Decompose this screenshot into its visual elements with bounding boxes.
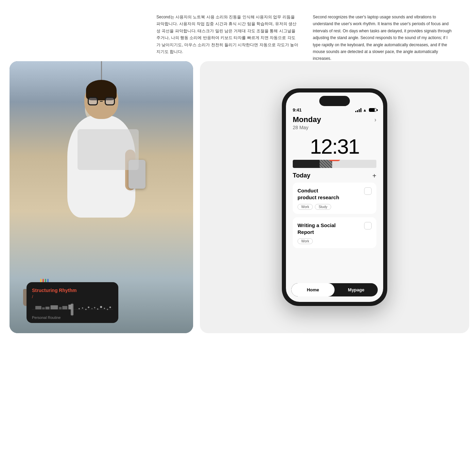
phone-clock: 12:31 <box>286 132 383 160</box>
glasses-bridge <box>100 101 103 102</box>
glass-lens-left <box>88 97 98 105</box>
svg-point-15 <box>94 307 95 308</box>
signal-bar-3 <box>359 109 360 112</box>
battery-fill <box>369 108 375 112</box>
description-korean: Second는 사용자의 노트북 사용 소리와 진동을 인식해 사용자의 업무 … <box>156 14 299 62</box>
today-header: Today + <box>293 172 376 179</box>
task-1-tag-study[interactable]: Study <box>315 204 331 210</box>
phone-day-row: Monday › <box>293 115 376 124</box>
chevron-right-icon[interactable]: › <box>374 116 376 123</box>
task-card-2: Writing a SocialReport Work <box>293 217 376 249</box>
status-time: 9:41 <box>293 107 302 113</box>
now-badge: NOW <box>329 160 340 161</box>
task-2-tags: Work <box>298 238 372 244</box>
nav-mypage-button[interactable]: Mypage <box>335 283 378 296</box>
rhythm-visualization <box>32 302 113 315</box>
laptop-hint <box>78 129 139 170</box>
task-1-title: Conductproduct research <box>298 187 361 201</box>
svg-point-13 <box>88 307 89 308</box>
rhythm-card-title: Structuring Rhythm <box>32 288 113 293</box>
svg-point-20 <box>109 307 111 308</box>
svg-point-11 <box>82 307 83 309</box>
battery-icon <box>369 108 376 112</box>
phone-header: Monday › 28 May <box>286 113 383 132</box>
svg-point-10 <box>79 308 80 309</box>
svg-rect-2 <box>35 306 41 309</box>
task-1-tags: Work Study <box>298 204 372 210</box>
svg-rect-9 <box>71 304 73 315</box>
signal-bar-1 <box>355 111 356 112</box>
svg-point-14 <box>91 308 92 309</box>
person-figure <box>44 82 159 292</box>
svg-point-12 <box>85 309 87 310</box>
today-section: Today + Conductproduct research Work Stu… <box>286 168 383 280</box>
svg-point-19 <box>107 309 108 310</box>
rhythm-card: Structuring Rhythm / <box>27 282 118 323</box>
svg-point-16 <box>97 308 98 310</box>
signal-bar-4 <box>360 108 361 112</box>
svg-rect-6 <box>59 307 62 309</box>
task-2-title: Writing a SocialReport <box>298 222 361 236</box>
status-bar: 9:41 ▲ <box>286 106 383 113</box>
svg-rect-7 <box>62 306 67 309</box>
status-icons: ▲ <box>355 108 376 113</box>
svg-rect-4 <box>46 307 50 309</box>
task-card-1: Conductproduct research Work Study <box>293 183 376 214</box>
svg-rect-3 <box>42 307 45 309</box>
description-english: Second recognizes the user's laptop usag… <box>313 14 456 62</box>
glass-lens-right <box>105 97 115 105</box>
task-1-checkbox[interactable] <box>364 187 372 195</box>
dynamic-island <box>319 96 350 106</box>
left-photo-section: Structuring Rhythm / <box>10 61 193 333</box>
timeline-area: NOW <box>286 160 383 168</box>
svg-point-18 <box>104 308 105 309</box>
phone-screen: 9:41 ▲ Monday <box>286 92 383 302</box>
signal-bars <box>355 108 361 112</box>
add-task-button[interactable]: + <box>372 172 376 179</box>
nav-home-button[interactable]: Home <box>291 283 335 296</box>
task-card-1-row: Conductproduct research <box>298 187 372 201</box>
rhythm-slash: / <box>32 294 113 299</box>
svg-point-17 <box>100 306 102 308</box>
wifi-icon: ▲ <box>363 108 367 113</box>
description-area: Second는 사용자의 노트북 사용 소리와 진동을 인식해 사용자의 업무 … <box>156 14 456 62</box>
phone-date: 28 May <box>293 125 376 130</box>
today-label: Today <box>293 172 310 179</box>
task-2-tag-work[interactable]: Work <box>298 238 313 244</box>
timeline-bar: NOW <box>293 160 376 168</box>
rhythm-svg <box>32 302 113 317</box>
phone-day-label: Monday <box>293 115 321 124</box>
signal-bar-2 <box>357 110 358 112</box>
task-card-2-row: Writing a SocialReport <box>298 222 372 236</box>
right-section: 9:41 ▲ Monday <box>200 61 469 333</box>
bottom-nav: Home Mypage <box>291 283 378 296</box>
phone-mockup: 9:41 ▲ Monday <box>282 88 387 306</box>
task-1-tag-work[interactable]: Work <box>298 204 313 210</box>
person-head <box>84 82 118 119</box>
rhythm-card-label: Personal Routine <box>32 315 61 320</box>
task-2-checkbox[interactable] <box>364 222 372 229</box>
person-glasses <box>88 97 115 105</box>
svg-rect-5 <box>51 305 58 309</box>
